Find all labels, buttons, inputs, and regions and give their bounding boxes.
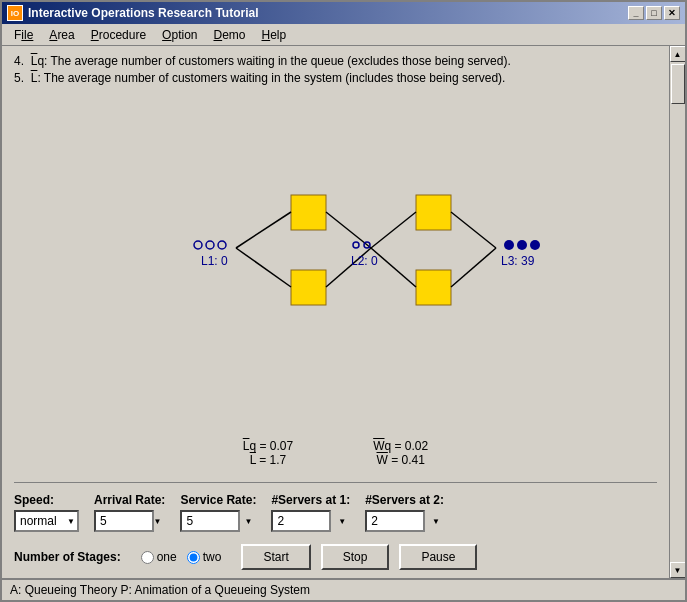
radio-one-label[interactable]: one [141,550,177,564]
minimize-button[interactable]: _ [628,6,644,20]
stages-label: Number of Stages: [14,550,121,564]
status-text: A: Queueing Theory P: Animation of a Que… [10,583,310,597]
menu-option[interactable]: Option [154,26,205,44]
servers2-select[interactable]: 123 45 [365,510,425,532]
svg-rect-1 [291,270,326,305]
radio-two-text: two [203,550,222,564]
stats-area: Lq = 0.07 L = 1.7 Wq = 0.02 W = 0.41 [14,439,657,467]
scroll-up-button[interactable]: ▲ [670,46,686,62]
arrival-group: Arrival Rate: 1234 567 8910 [94,493,165,532]
text-info: 4. Lq: The average number of customers w… [14,54,657,88]
svg-point-7 [206,241,214,249]
menu-help[interactable]: Help [254,26,295,44]
close-button[interactable]: ✕ [664,6,680,20]
action-buttons: Start Stop Pause [241,544,477,570]
stop-button[interactable]: Stop [321,544,390,570]
svg-line-13 [371,248,416,287]
svg-rect-0 [291,195,326,230]
servers1-label: #Servers at 1: [271,493,350,507]
radio-group: one two [141,550,222,564]
menu-bar: File Area Procedure Option Demo Help [2,24,685,46]
svg-line-15 [451,248,496,287]
svg-point-16 [353,242,359,248]
svg-point-21 [530,240,540,250]
stat-wq: Wq = 0.02 [373,439,428,453]
svg-line-2 [236,212,291,248]
speed-select-wrapper[interactable]: normal fast slow [14,510,79,532]
svg-line-3 [236,248,291,287]
servers1-select[interactable]: 123 45 [271,510,331,532]
menu-area[interactable]: Area [41,26,82,44]
svg-point-8 [218,241,226,249]
title-buttons: _ □ ✕ [628,6,680,20]
service-select-wrapper[interactable]: 1234 567 8910 [180,510,256,532]
svg-rect-10 [416,195,451,230]
service-select[interactable]: 1234 567 8910 [180,510,240,532]
status-bar: A: Queueing Theory P: Animation of a Que… [2,578,685,600]
service-group: Service Rate: 1234 567 8910 [180,493,256,532]
main-window: IO Interactive Operations Research Tutor… [0,0,687,602]
svg-line-14 [451,212,496,248]
content-area: 4. Lq: The average number of customers w… [2,46,685,578]
title-bar-left: IO Interactive Operations Research Tutor… [7,5,259,21]
stat-lq: Lq = 0.07 [243,439,293,453]
speed-select[interactable]: normal fast slow [14,510,79,532]
servers1-group: #Servers at 1: 123 45 [271,493,350,532]
svg-point-6 [194,241,202,249]
maximize-button[interactable]: □ [646,6,662,20]
servers1-select-wrapper[interactable]: 123 45 [271,510,350,532]
speed-group: Speed: normal fast slow [14,493,79,532]
start-button[interactable]: Start [241,544,310,570]
svg-text:L1: 0: L1: 0 [201,254,228,268]
radio-two[interactable] [187,551,200,564]
svg-point-19 [504,240,514,250]
svg-text:L2: 0: L2: 0 [351,254,378,268]
menu-procedure[interactable]: Procedure [83,26,154,44]
queueing-diagram: L1: 0 L2: 0 [126,165,546,365]
text-line4: 4. Lq: The average number of customers w… [14,54,657,68]
scroll-thumb[interactable] [671,64,685,104]
radio-two-label[interactable]: two [187,550,222,564]
menu-demo[interactable]: Demo [205,26,253,44]
title-bar: IO Interactive Operations Research Tutor… [2,2,685,24]
arrival-select-wrapper[interactable]: 1234 567 8910 [94,510,165,532]
servers2-group: #Servers at 2: 123 45 [365,493,444,532]
controls-row-1: Speed: normal fast slow Arrival Rate: [14,493,657,532]
main-content: 4. Lq: The average number of customers w… [2,46,669,578]
text-line5: 5. L: The average number of customers wa… [14,71,657,85]
stages-row: Number of Stages: one two Start S [14,544,657,570]
scrollbar: ▲ ▼ [669,46,685,578]
radio-one-text: one [157,550,177,564]
radio-one[interactable] [141,551,154,564]
window-title: Interactive Operations Research Tutorial [28,6,259,20]
svg-line-12 [371,212,416,248]
speed-label: Speed: [14,493,79,507]
pause-button[interactable]: Pause [399,544,477,570]
stat-l: L = 1.7 [243,453,293,467]
servers2-label: #Servers at 2: [365,493,444,507]
svg-point-20 [517,240,527,250]
scroll-down-button[interactable]: ▼ [670,562,686,578]
stats-left: Lq = 0.07 L = 1.7 [243,439,293,467]
arrival-select[interactable]: 1234 567 8910 [94,510,154,532]
stats-right: Wq = 0.02 W = 0.41 [373,439,428,467]
app-icon: IO [7,5,23,21]
controls-area: Speed: normal fast slow Arrival Rate: [14,482,657,570]
service-label: Service Rate: [180,493,256,507]
arrival-label: Arrival Rate: [94,493,165,507]
stat-w: W = 0.41 [373,453,428,467]
svg-rect-11 [416,270,451,305]
diagram-area: L1: 0 L2: 0 [14,96,657,434]
svg-text:L3: 39: L3: 39 [501,254,535,268]
menu-file[interactable]: File [6,26,41,44]
servers2-select-wrapper[interactable]: 123 45 [365,510,444,532]
